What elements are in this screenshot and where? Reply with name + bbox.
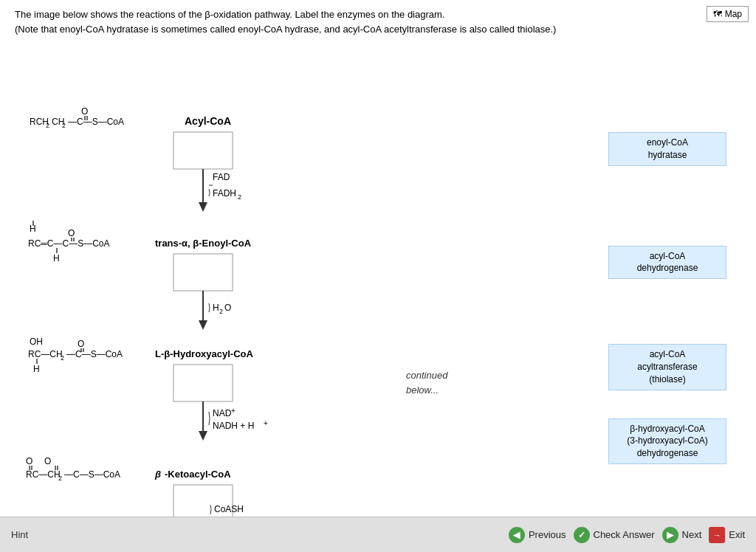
hint-label: Hint <box>11 529 28 540</box>
svg-text:—C—S—CoA: —C—S—CoA <box>66 349 123 359</box>
svg-text:RC—CH: RC—CH <box>28 349 63 359</box>
svg-text:FADH: FADH <box>213 188 236 199</box>
svg-text:+: + <box>231 407 236 415</box>
pathway-svg: RCH 2 CH 2 —C—S—CoA O Acyl-CoA FAD FADH … <box>15 44 443 531</box>
svg-text:CoASH: CoASH <box>214 504 244 514</box>
exit-button[interactable]: → Exit <box>709 527 745 543</box>
next-button[interactable]: ▶ Next <box>662 527 702 543</box>
svg-text:O: O <box>81 106 88 117</box>
svg-text:2: 2 <box>61 354 64 362</box>
enzyme-column: enoyl-CoAhydratase acyl-CoAdehydrogenase… <box>608 44 726 464</box>
nav-buttons: ◀ Previous ✓ Check Answer ▶ Next → Exit <box>509 527 745 543</box>
svg-text:trans-α, β-Enoyl-CoA: trans-α, β-Enoyl-CoA <box>155 238 252 249</box>
bottom-bar: Hint ◀ Previous ✓ Check Answer ▶ Next → … <box>0 517 756 552</box>
svg-rect-9 <box>173 132 233 169</box>
exit-icon: → <box>709 527 725 543</box>
svg-marker-43 <box>199 431 207 441</box>
intro-text: The image below shows the reactions of t… <box>15 7 620 36</box>
svg-text:NADH + H: NADH + H <box>213 421 254 431</box>
svg-text:Acyl-CoA: Acyl-CoA <box>185 115 231 127</box>
svg-text:H: H <box>30 224 36 234</box>
svg-text:2: 2 <box>62 122 66 129</box>
svg-text:2: 2 <box>219 308 223 315</box>
svg-text:2: 2 <box>238 193 241 201</box>
svg-text:-Ketoacyl-CoA: -Ketoacyl-CoA <box>165 469 231 480</box>
exit-label: Exit <box>729 529 745 540</box>
svg-rect-41 <box>173 365 233 401</box>
map-icon: 🗺 <box>713 9 722 19</box>
map-button[interactable]: 🗺 Map <box>707 6 749 22</box>
previous-button[interactable]: ◀ Previous <box>509 527 566 543</box>
check-icon: ✓ <box>574 527 590 543</box>
svg-text:NAD: NAD <box>213 408 232 418</box>
svg-text:CH: CH <box>52 117 64 127</box>
svg-text:+: + <box>264 419 268 427</box>
enzyme-box-hydroxyacyl-dehydrogenase[interactable]: β-hydroxyacyl-CoA(3-hydroxyacyl-CoA)dehy… <box>608 418 726 464</box>
svg-text:—C—S—CoA: —C—S—CoA <box>64 469 120 480</box>
svg-text:OH: OH <box>30 337 43 347</box>
continued-text: continuedbelow... <box>406 368 447 397</box>
main-content: 🗺 Map The image below shows the reaction… <box>0 0 756 517</box>
svg-text:2: 2 <box>58 475 62 482</box>
enzyme-box-acyl-dehydrogenase[interactable]: acyl-CoAdehydrogenase <box>608 246 726 280</box>
svg-text:O: O <box>78 339 84 349</box>
svg-text:RC═C—C—S—CoA: RC═C—C—S—CoA <box>28 238 110 249</box>
next-icon: ▶ <box>662 527 678 543</box>
previous-label: Previous <box>529 529 566 540</box>
enzyme-box-acyltransferase[interactable]: acyl-CoAacyltransferase(thiolase) <box>608 344 726 390</box>
svg-text:β: β <box>154 469 161 480</box>
check-answer-label: Check Answer <box>594 529 655 540</box>
intro-line2: (Note that enoyl-CoA hydratase is someti… <box>15 24 556 35</box>
svg-marker-11 <box>199 202 207 212</box>
svg-text:2: 2 <box>46 122 49 129</box>
svg-text:O: O <box>68 228 75 238</box>
svg-text:O: O <box>44 456 51 466</box>
svg-text:L-β-Hydroxyacyl-CoA: L-β-Hydroxyacyl-CoA <box>155 348 254 359</box>
svg-text:FAD: FAD <box>213 172 230 182</box>
check-answer-button[interactable]: ✓ Check Answer <box>574 527 655 543</box>
svg-text:H: H <box>213 303 219 313</box>
next-label: Next <box>682 529 702 540</box>
svg-text:H: H <box>53 253 60 263</box>
svg-rect-25 <box>173 254 233 291</box>
svg-text:H: H <box>33 364 40 374</box>
enzyme-box-enoyl[interactable]: enoyl-CoAhydratase <box>608 132 726 166</box>
svg-text:O: O <box>224 303 231 313</box>
svg-text:—C—S—CoA: —C—S—CoA <box>68 117 124 127</box>
svg-text:RCH: RCH <box>30 117 49 127</box>
svg-text:O: O <box>26 456 32 466</box>
previous-icon: ◀ <box>509 527 525 543</box>
intro-line1: The image below shows the reactions of t… <box>15 9 444 20</box>
svg-text:RC—CH: RC—CH <box>26 469 61 480</box>
svg-marker-27 <box>199 320 207 330</box>
